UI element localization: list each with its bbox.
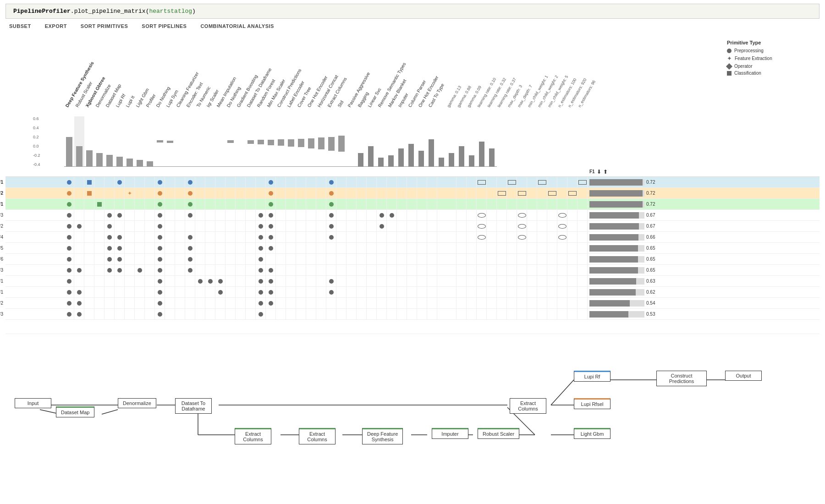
col-random-forest: Random Forest	[256, 32, 266, 116]
cell-r1-c17	[236, 221, 246, 232]
row-system-a1[interactable]: System A #1	[6, 177, 820, 188]
cell-r5-c30	[367, 265, 377, 276]
cell-r5-c7	[135, 265, 145, 276]
row-system-d-#1[interactable]: System D #10.63	[6, 276, 820, 287]
param-r9-p0	[446, 309, 456, 320]
pipe-light-gbm: Light Gbm	[574, 428, 610, 439]
row-system-c-#5[interactable]: System C #50.65	[6, 243, 820, 254]
param-r6-p1	[456, 276, 467, 287]
cell-a2-16	[226, 188, 236, 199]
row-system-e-#2[interactable]: System E #20.54	[6, 298, 820, 309]
cell-r3-c33	[397, 243, 407, 254]
cell-r6-c28	[346, 276, 357, 287]
cell-r4-c0	[64, 254, 74, 265]
row-system-b1[interactable]: System B #1	[6, 199, 820, 210]
cell-r8-c21	[276, 298, 286, 309]
cell-r8-c8	[145, 298, 155, 309]
param-r0-p3	[477, 210, 487, 221]
row-system-c-#3[interactable]: System C #30.67	[6, 210, 820, 221]
row-system-e-#1[interactable]: System E #10.62	[6, 287, 820, 298]
row-system-c-#4[interactable]: System C #40.66	[6, 232, 820, 243]
cell-a2-14	[205, 188, 215, 199]
cell-r5-c24	[306, 265, 316, 276]
param-b1-0	[446, 199, 456, 210]
param-r7-p1	[456, 287, 467, 298]
toolbar-combinatorial[interactable]: COMBINATORIAL ANALYSIS	[200, 23, 274, 29]
cell-r9-c28	[346, 309, 357, 320]
toolbar: SUBSET EXPORT SORT PRIMITIVES SORT PIPEL…	[0, 21, 825, 32]
cell-r3-c20	[266, 243, 276, 254]
cell-r9-c4	[104, 309, 115, 320]
cell-r3-c1	[74, 243, 84, 254]
cell-r5-c15	[215, 265, 226, 276]
cell-r8-c29	[357, 298, 367, 309]
legend-feature-extraction: ✦ Feature Extraction	[727, 55, 811, 62]
cell-r1-c32	[387, 221, 397, 232]
cell-r2-c0	[64, 232, 74, 243]
cell-r3-c36	[427, 243, 437, 254]
param-r4-p2	[467, 254, 477, 265]
pipe-imputer: Imputer	[432, 428, 468, 439]
cell-r1-c31	[377, 221, 387, 232]
param-r3-p3	[477, 243, 487, 254]
toolbar-sort-pipelines[interactable]: SORT PIPELINES	[142, 23, 187, 29]
param-r2-p10	[547, 232, 557, 243]
cell-r3-c3	[94, 243, 104, 254]
row-system-e-#3[interactable]: System E #30.53	[6, 309, 820, 320]
toolbar-sort-primitives[interactable]: SORT PRIMITIVES	[81, 23, 128, 29]
row-system-c-#6[interactable]: System C #60.65	[6, 254, 820, 265]
cell-r1-c26	[326, 221, 336, 232]
cell-r8-c3	[94, 298, 104, 309]
param-r8-p5	[497, 298, 507, 309]
cell-r2-c17	[236, 232, 246, 243]
cell-r6-c11	[175, 276, 185, 287]
cell-r1-c28	[346, 221, 357, 232]
cell-b1-7	[135, 199, 145, 210]
cell-r4-c18	[246, 254, 256, 265]
cell-r2-c31	[377, 232, 387, 243]
cell-r0-c26	[326, 210, 336, 221]
row-system-a2[interactable]: System A #2 ✦	[6, 188, 820, 199]
cell-r5-c27	[336, 265, 346, 276]
cell-r4-c8	[145, 254, 155, 265]
param-r8-p9	[537, 298, 547, 309]
cell-r6-c5	[115, 276, 125, 287]
row-system-b-#2[interactable]: System B #20.67	[6, 221, 820, 232]
cross-icon: ✦	[727, 55, 732, 62]
cell-r7-c8	[145, 287, 155, 298]
cell-a1-11	[175, 177, 185, 188]
row-label-a1: System A #1	[0, 180, 3, 185]
cell-r6-c20	[266, 276, 276, 287]
cell-r7-c3	[94, 287, 104, 298]
cell-r9-c15	[215, 309, 226, 320]
cell-a2-21	[276, 188, 286, 199]
cell-a2-24	[306, 188, 316, 199]
cell-r1-c11	[175, 221, 185, 232]
cell-r3-c9	[155, 243, 165, 254]
cell-r4-c19	[256, 254, 266, 265]
row-label: System C #6	[0, 257, 3, 262]
param-r5-p3	[477, 265, 487, 276]
cell-r6-c21	[276, 276, 286, 287]
cell-b1-15	[215, 199, 226, 210]
cell-r4-c20	[266, 254, 276, 265]
toolbar-subset[interactable]: SUBSET	[9, 23, 31, 29]
cell-r3-c32	[387, 243, 397, 254]
cell-b1-18	[246, 199, 256, 210]
toolbar-export[interactable]: EXPORT	[45, 23, 67, 29]
param-r1-p10	[547, 221, 557, 232]
sort-desc-icon[interactable]: ⬇	[597, 169, 601, 175]
cell-r3-c21	[276, 243, 286, 254]
pipeline-diagram: Input Dataset Map Denormalize Dataset To…	[6, 334, 820, 466]
cell-r7-c1	[74, 287, 84, 298]
sort-asc-icon[interactable]: ⬆	[603, 169, 608, 175]
col-cast-type: Cast To Type	[427, 32, 437, 116]
param-r3-p1	[456, 243, 467, 254]
cell-r0-c27	[336, 210, 346, 221]
row-system-b-#3[interactable]: System B #30.65	[6, 265, 820, 276]
param-r4-p12	[567, 254, 578, 265]
cell-r3-c4	[104, 243, 115, 254]
cell-r8-c18	[246, 298, 256, 309]
cell-r2-c27	[336, 232, 346, 243]
param-r3-p11	[557, 243, 567, 254]
